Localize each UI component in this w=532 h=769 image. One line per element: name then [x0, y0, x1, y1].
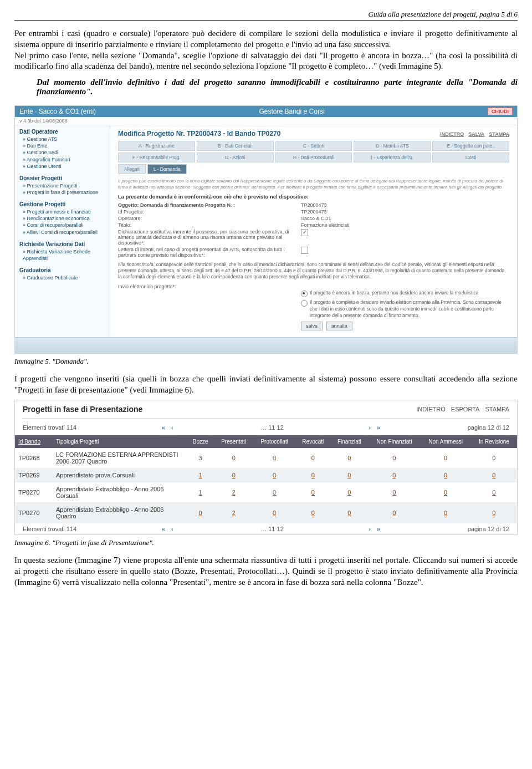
- count-link[interactable]: 0: [232, 472, 236, 478]
- annulla-button[interactable]: annulla: [326, 322, 352, 330]
- column-header[interactable]: In Revisione: [471, 435, 517, 448]
- sidebar-item[interactable]: Presentazione Progetti: [19, 182, 105, 189]
- action-link[interactable]: STAMPA: [485, 406, 509, 412]
- tab[interactable]: Allegati: [118, 164, 146, 174]
- count-link[interactable]: 0: [444, 489, 447, 496]
- sidebar-item[interactable]: Allievi Corsi di recupero/paralleli: [19, 229, 105, 236]
- cell-count: 0: [253, 448, 295, 468]
- sidebar-item[interactable]: Gestione Sedi: [19, 149, 105, 156]
- sidebar-item[interactable]: Progetti in fase di presentazione: [19, 189, 105, 196]
- count-link[interactable]: 1: [199, 472, 202, 478]
- count-link[interactable]: 2: [232, 489, 236, 496]
- topbar-center: Gestore Bandi e Corsi: [259, 108, 325, 115]
- column-header[interactable]: Bozze: [187, 435, 214, 448]
- count-link[interactable]: 0: [444, 510, 447, 516]
- count-link[interactable]: 0: [273, 455, 276, 461]
- cell-count: 0: [368, 482, 420, 503]
- count-link[interactable]: 0: [273, 510, 276, 516]
- tab[interactable]: A - Registrazione: [118, 141, 195, 151]
- count-link[interactable]: 0: [392, 510, 396, 516]
- count-link[interactable]: 0: [444, 455, 447, 461]
- action-link[interactable]: INDIETRO: [416, 406, 446, 412]
- pager-center-bottom: … 11 12: [260, 526, 284, 532]
- cell-count: 1: [187, 468, 214, 482]
- action-link[interactable]: SALVA: [468, 131, 484, 137]
- cell-count: 0: [295, 448, 330, 468]
- cell-id: TP0270: [15, 482, 53, 503]
- action-link[interactable]: INDIETRO: [440, 131, 464, 137]
- table-row: TP0270Apprendistato Extraobbligo - Anno …: [15, 503, 517, 523]
- pager-prev-icon[interactable]: « ‹: [162, 424, 176, 431]
- tab[interactable]: G - Azioni: [197, 152, 274, 162]
- radio-completo[interactable]: [301, 300, 308, 307]
- sidebar-item[interactable]: Gestione ATS: [19, 136, 105, 142]
- sidebar-item[interactable]: Rendicontazione economica: [19, 215, 105, 222]
- sidebar-item[interactable]: Graduatorie Pubblicate: [19, 274, 105, 281]
- count-link[interactable]: 0: [347, 510, 351, 516]
- cell-count: 0: [214, 468, 253, 482]
- action-link[interactable]: STAMPA: [489, 131, 509, 137]
- legal-text: Il/la sottoscritto/a, consapevole delle …: [118, 262, 509, 280]
- tab[interactable]: L - Domanda: [147, 164, 187, 174]
- sidebar-item[interactable]: Gestione Utenti: [19, 163, 105, 170]
- sidebar-item[interactable]: Richiesta Variazione Schede Apprendisti: [19, 248, 105, 262]
- count-link[interactable]: 0: [392, 455, 396, 461]
- count-link[interactable]: 0: [492, 472, 495, 478]
- sidebar-item[interactable]: Anagrafica Fornitori: [19, 156, 105, 163]
- count-link[interactable]: 3: [199, 455, 202, 461]
- salva-button[interactable]: salva: [301, 322, 323, 330]
- tab[interactable]: F - Responsabile Prog.: [118, 152, 195, 162]
- tab[interactable]: C - Settori: [275, 141, 352, 151]
- tab[interactable]: B - Dati Generali: [197, 141, 274, 151]
- pager-next-icon[interactable]: › »: [369, 424, 382, 431]
- column-header[interactable]: Non Finanziati: [368, 435, 420, 448]
- count-link[interactable]: 0: [273, 472, 276, 478]
- column-header[interactable]: Protocollati: [253, 435, 295, 448]
- sidebar-section-title: Graduatoria: [19, 267, 105, 273]
- count-link[interactable]: 0: [392, 472, 396, 478]
- count-link[interactable]: 0: [311, 510, 315, 516]
- count-link[interactable]: 0: [347, 489, 351, 496]
- count-link[interactable]: 0: [444, 472, 447, 478]
- form-value: TP2000473: [301, 209, 509, 215]
- ss2-right-links: INDIETROESPORTASTAMPA: [411, 406, 509, 412]
- sidebar-item[interactable]: Corsi di recupero/paralleli: [19, 222, 105, 228]
- tab[interactable]: D - Membri ATS: [354, 141, 431, 151]
- count-link[interactable]: 0: [232, 455, 236, 461]
- count-link[interactable]: 0: [311, 455, 315, 461]
- column-header[interactable]: Presentati: [214, 435, 253, 448]
- tab[interactable]: E - Soggetto con pote..: [432, 141, 509, 151]
- pager-prev-icon[interactable]: « ‹: [162, 526, 176, 532]
- count-link[interactable]: 0: [492, 455, 495, 461]
- column-header[interactable]: Finanziati: [330, 435, 368, 448]
- checkbox[interactable]: ✓: [301, 229, 308, 236]
- count-link[interactable]: 0: [492, 510, 495, 516]
- count-link[interactable]: 1: [199, 489, 202, 496]
- count-link[interactable]: 0: [492, 489, 495, 496]
- column-header[interactable]: Id Bando: [15, 435, 53, 448]
- cell-count: 0: [471, 468, 517, 482]
- count-link[interactable]: 0: [273, 489, 276, 496]
- checkbox[interactable]: [301, 247, 308, 254]
- conformity-line: La presente domanda è in conformità con …: [118, 193, 509, 200]
- tab[interactable]: Costi: [432, 152, 509, 162]
- column-header[interactable]: Revocati: [295, 435, 330, 448]
- tab[interactable]: H - Dati Procedurali: [275, 152, 352, 162]
- count-link[interactable]: 0: [199, 510, 202, 516]
- close-button[interactable]: CHIUDI: [488, 108, 513, 115]
- sidebar-item[interactable]: Progetti ammessi e finanziati: [19, 208, 105, 215]
- count-link[interactable]: 0: [311, 489, 315, 496]
- count-link[interactable]: 0: [347, 472, 351, 478]
- count-link[interactable]: 0: [311, 472, 315, 478]
- count-link[interactable]: 0: [347, 455, 351, 461]
- table-row: TP0268LC FORMAZIONE ESTERNA APPRENDISTI …: [15, 448, 517, 468]
- action-link[interactable]: ESPORTA: [451, 406, 480, 412]
- column-header[interactable]: Non Ammessi: [420, 435, 470, 448]
- pager-next-icon[interactable]: › »: [369, 526, 382, 532]
- sidebar-item[interactable]: Dati Ente: [19, 142, 105, 149]
- column-header[interactable]: Tipologia Progetti: [53, 435, 187, 448]
- tab[interactable]: I - Esperienza dell'o.: [354, 152, 431, 162]
- radio-bozza[interactable]: [301, 291, 308, 297]
- count-link[interactable]: 2: [232, 510, 236, 516]
- count-link[interactable]: 0: [392, 489, 396, 496]
